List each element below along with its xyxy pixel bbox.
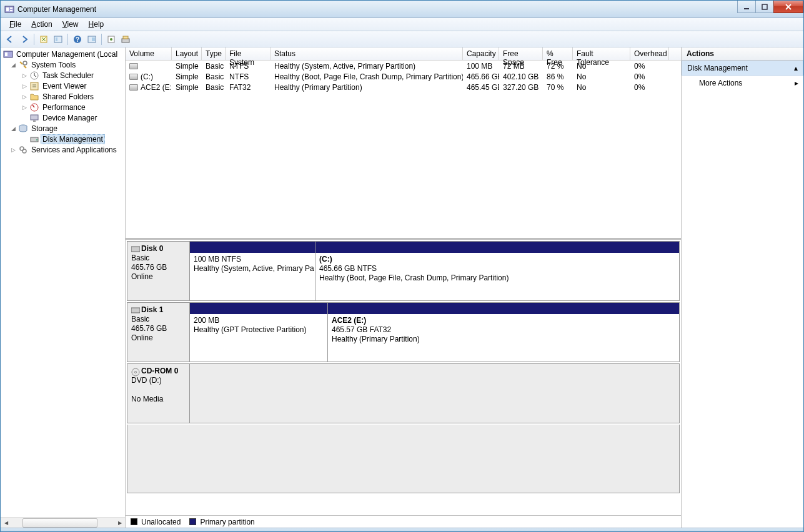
forward-button[interactable]: [17, 32, 31, 46]
partition[interactable]: (C:) 465.66 GB NTFS Healthy (Boot, Page …: [315, 242, 679, 300]
disk-mgmt-icon: [29, 134, 39, 144]
disk-row-0[interactable]: Disk 0 Basic 465.76 GB Online 100 MB NTF…: [127, 241, 680, 301]
partition-desc: 465.66 GB NTFS: [319, 264, 675, 273]
svg-rect-18: [5, 52, 7, 56]
partition-body: (C:) 465.66 GB NTFS Healthy (Boot, Page …: [315, 253, 679, 300]
volume-capacity: 465.66 GB: [463, 72, 499, 81]
main-window: Computer Management File Action View Hel…: [0, 0, 804, 532]
col-freespace[interactable]: Free Space: [499, 47, 543, 60]
volume-free: 402.10 GB: [499, 72, 543, 81]
volume-name: [126, 62, 172, 71]
col-faulttolerance[interactable]: Fault Tolerance: [573, 47, 630, 60]
collapse-icon[interactable]: ◢: [9, 61, 17, 69]
close-button[interactable]: [773, 1, 803, 13]
disk-size: 465.76 GB: [131, 324, 186, 333]
partition-bar: [315, 242, 679, 253]
horizontal-scrollbar[interactable]: ◀ ▶: [1, 517, 125, 528]
minimize-button[interactable]: [737, 1, 756, 13]
expand-icon[interactable]: ▷: [21, 72, 28, 79]
actions-section[interactable]: Disk Management ▴: [682, 61, 803, 76]
disk-row-cdrom[interactable]: CD-ROM 0 DVD (D:) No Media: [127, 363, 680, 423]
tree-disk-management[interactable]: Disk Management: [1, 134, 125, 144]
window-bottom-border: [1, 528, 803, 531]
menu-view[interactable]: View: [57, 19, 84, 30]
back-button[interactable]: [3, 32, 17, 46]
col-layout[interactable]: Layout: [172, 47, 202, 60]
partition-desc: 100 MB NTFS: [194, 255, 311, 264]
menu-action[interactable]: Action: [26, 19, 57, 30]
tree-root[interactable]: Computer Management (Local: [1, 49, 125, 59]
view-button[interactable]: [85, 32, 99, 46]
volume-status: Healthy (Boot, Page File, Crash Dump, Pr…: [270, 72, 463, 81]
tree-system-tools[interactable]: ◢ System Tools: [1, 59, 125, 70]
window-controls: [738, 1, 803, 13]
volume-type: Basic: [202, 83, 226, 92]
tree-event-viewer[interactable]: ▷ Event Viewer: [1, 81, 125, 91]
col-filesystem[interactable]: File System: [226, 47, 270, 60]
volume-overhead: 0%: [630, 83, 669, 92]
partition-status: Healthy (Boot, Page File, Crash Dump, Pr…: [319, 273, 675, 283]
tree-performance[interactable]: ▷ Performance: [1, 102, 125, 112]
partition-desc: 200 MB: [194, 316, 324, 325]
help-button[interactable]: ?: [71, 32, 84, 46]
computer-icon: [3, 49, 13, 59]
tree-task-scheduler[interactable]: ▷ Task Scheduler: [1, 70, 125, 81]
tree-label: Task Scheduler: [41, 71, 96, 80]
disk-icon: [131, 245, 140, 253]
tree-device-manager[interactable]: Device Manager: [1, 112, 125, 123]
titlebar[interactable]: Computer Management: [1, 1, 803, 18]
scroll-thumb[interactable]: [22, 518, 97, 528]
partition[interactable]: ACE2 (E:) 465.57 GB FAT32 Healthy (Prima…: [327, 303, 679, 362]
actions-header: Actions: [682, 47, 803, 61]
col-type[interactable]: Type: [202, 47, 226, 60]
drive-icon: [129, 84, 138, 91]
svg-point-33: [135, 371, 137, 373]
legend-primary: Primary partition: [200, 518, 254, 526]
volume-type: Basic: [202, 72, 226, 81]
svg-point-19: [23, 61, 27, 65]
expand-icon[interactable]: ▷: [21, 82, 28, 90]
properties-button[interactable]: [51, 32, 65, 46]
col-capacity[interactable]: Capacity: [463, 47, 499, 60]
volume-free: 327.20 GB: [499, 83, 543, 92]
disk-name: Disk 0: [141, 244, 163, 253]
volume-fault: No: [573, 62, 630, 71]
manage-button[interactable]: [119, 32, 132, 46]
partition[interactable]: 100 MB NTFS Healthy (System, Active, Pri…: [190, 242, 315, 300]
tree-label: Disk Management: [41, 134, 105, 144]
disk-row-1[interactable]: Disk 1 Basic 465.76 GB Online 200 MB: [127, 302, 680, 362]
col-volume[interactable]: Volume: [126, 47, 172, 60]
volume-free: 72 MB: [499, 62, 543, 71]
col-status[interactable]: Status: [270, 47, 463, 60]
tree-services[interactable]: ▷ Services and Applications: [1, 144, 125, 155]
scroll-left-icon[interactable]: ◀: [1, 518, 11, 528]
volume-row[interactable]: ACE2 (E:) Simple Basic FAT32 Healthy (Pr…: [126, 82, 681, 92]
col-overhead[interactable]: Overhead: [630, 47, 669, 60]
refresh-button[interactable]: [37, 32, 51, 46]
expand-icon[interactable]: ▷: [21, 104, 28, 111]
menu-file[interactable]: File: [4, 19, 26, 30]
tree-storage[interactable]: ◢ Storage: [1, 123, 125, 134]
col-pctfree[interactable]: % Free: [543, 47, 573, 60]
menu-help[interactable]: Help: [84, 19, 109, 30]
disk-graphic-view: Disk 0 Basic 465.76 GB Online 100 MB NTF…: [126, 240, 681, 528]
disk-type: Basic: [131, 315, 186, 324]
settings-button[interactable]: [104, 32, 118, 46]
disk-type: Basic: [131, 254, 186, 263]
volume-row[interactable]: Simple Basic NTFS Healthy (System, Activ…: [126, 61, 681, 71]
tree-shared-folders[interactable]: ▷ Shared Folders: [1, 91, 125, 102]
collapse-icon[interactable]: ◢: [9, 125, 17, 132]
partition[interactable]: 200 MB Healthy (GPT Protective Partition…: [190, 303, 327, 362]
expand-icon[interactable]: ▷: [21, 93, 28, 101]
expand-icon[interactable]: ▷: [9, 146, 17, 154]
actions-more[interactable]: More Actions ▸: [682, 76, 803, 91]
actions-section-label: Disk Management: [687, 64, 748, 72]
volume-row[interactable]: (C:) Simple Basic NTFS Healthy (Boot, Pa…: [126, 71, 681, 82]
collapse-icon: ▴: [794, 64, 798, 72]
app-icon: [4, 4, 14, 14]
tree-label: Shared Folders: [41, 92, 96, 101]
maximize-button[interactable]: [755, 1, 774, 13]
scroll-right-icon[interactable]: ▶: [114, 518, 125, 528]
partition-body: ACE2 (E:) 465.57 GB FAT32 Healthy (Prima…: [328, 314, 679, 362]
tree-root-label: Computer Management (Local: [14, 50, 119, 59]
